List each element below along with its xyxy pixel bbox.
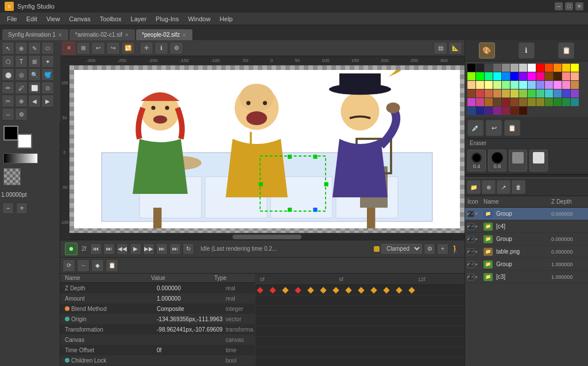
brush-preset-2[interactable]: 0.8 [488,150,506,172]
color-cell-69[interactable] [502,107,510,115]
prev-keyframe-btn[interactable]: ⏭ [103,243,115,255]
color-cell-11[interactable] [562,64,570,72]
color-cell-42[interactable] [493,89,501,98]
tool-btn-4[interactable]: ⬡ [2,55,14,68]
color-cell-36[interactable] [554,81,562,89]
tl-btn-1[interactable]: ⟳ [63,259,75,272]
menu-view[interactable]: View [42,14,65,24]
color-cell-13[interactable] [467,72,475,80]
canvas-grid[interactable]: ▤ [434,42,447,54]
tab-close-1[interactable]: ✕ [125,32,129,38]
color-cell-8[interactable] [536,64,544,72]
color-cell-29[interactable] [493,81,501,89]
color-cell-46[interactable] [528,89,536,98]
tool-btn-0[interactable]: ↖ [2,42,14,54]
menu-layer[interactable]: Layer [126,14,152,24]
color-cell-24[interactable] [562,72,570,80]
tool-btn-6[interactable]: ⊞ [28,55,41,68]
color-cell-28[interactable] [485,81,493,89]
plus-button[interactable]: + [16,203,28,214]
gradient-swatch[interactable] [3,153,38,163]
tab-close-0[interactable]: ✕ [58,32,63,38]
maximize-button[interactable]: □ [565,2,573,10]
layers-icon-btn3[interactable]: ↗ [497,180,510,194]
canvas-refresh[interactable]: 🔁 [121,42,135,54]
brush-preset-3[interactable] [509,150,527,172]
layer-check-0[interactable]: ✓ [467,211,474,217]
color-cell-40[interactable] [476,89,484,98]
color-cell-25[interactable] [571,72,579,80]
minimize-button[interactable]: ─ [555,2,563,10]
color-cell-45[interactable] [519,89,527,98]
color-cell-56[interactable] [502,98,510,106]
close-button[interactable]: ✕ [575,2,583,10]
layers-icon-btn4[interactable]: 🗑 [512,180,525,194]
minus-button[interactable]: − [2,203,14,214]
menu-canvas[interactable]: Canvas [64,14,95,24]
color-cell-67[interactable] [485,107,493,115]
color-cell-38[interactable] [571,81,579,89]
tl-btn-4[interactable]: 📋 [106,259,118,272]
layer-arrow-2[interactable]: ▸ [475,236,483,242]
color-cell-57[interactable] [510,98,519,106]
color-cell-3[interactable] [493,64,501,72]
color-cell-60[interactable] [536,98,544,106]
brush-preset-4[interactable] [529,150,548,172]
layer-arrow-5[interactable]: ▸ [475,274,483,279]
color-cell-9[interactable] [545,64,553,72]
layer-arrow-0[interactable]: ▾ [475,211,483,216]
tool-btn-13[interactable]: 🖊 [15,81,28,94]
canvas-navigate[interactable]: ✛ [140,42,153,54]
step-back-btn[interactable]: ◀◀ [117,243,128,255]
color-cell-66[interactable] [476,107,484,115]
menu-window[interactable]: Window [183,14,215,24]
color-cell-70[interactable] [510,107,519,115]
color-cell-30[interactable] [502,81,510,89]
color-cell-14[interactable] [476,72,484,80]
tool-btn-18[interactable]: ◀ [28,95,41,107]
add-color-btn[interactable]: 📋 [504,120,520,136]
color-cell-47[interactable] [536,89,544,98]
color-cell-21[interactable] [536,72,544,80]
color-cell-26[interactable] [467,81,475,89]
layers-icon-btn1[interactable]: 📁 [467,180,481,194]
tab-2[interactable]: *people-02.sifz✕ [136,29,192,40]
layer-check-4[interactable]: ✓ [467,261,474,268]
play-btn[interactable]: ▶ [130,243,141,255]
layer-row-1[interactable]: ✓ ▸ 📁 [c4] [465,220,588,233]
color-cell-12[interactable] [571,64,579,72]
color-cell-33[interactable] [528,81,536,89]
layer-check-3[interactable]: ✓ [467,248,474,255]
layer-check-1[interactable]: ✓ [467,223,474,230]
color-cell-22[interactable] [545,72,553,80]
color-cell-63[interactable] [562,98,570,106]
menu-toolbox[interactable]: Toolbox [95,14,126,24]
menu-edit[interactable]: Edit [22,14,42,24]
canvas-undo[interactable]: ↩ [91,42,105,54]
color-edit-tool[interactable]: ↩ [486,120,502,136]
layer-check-2[interactable]: ✓ [467,236,474,243]
layer-check-5[interactable]: ✓ [467,274,474,281]
tool-btn-17[interactable]: ⊕ [15,95,28,107]
canvas-redo[interactable]: ↪ [106,42,120,54]
color-cell-16[interactable] [493,72,501,80]
tool-btn-5[interactable]: T [15,55,28,68]
step-fwd-btn[interactable]: ▶▶ [143,243,154,255]
layer-row-2[interactable]: ✓ ▸ 📁 Group 0.000000 [465,233,588,246]
render-btn[interactable]: ⚙ [424,243,435,255]
color-cell-27[interactable] [476,81,484,89]
layer-row-4[interactable]: ✓ ▸ 📁 Group 1.000000 [465,258,588,271]
canvas-settings[interactable]: ⚙ [169,42,183,54]
canvas-info[interactable]: ℹ [154,42,168,54]
canvas-viewport[interactable] [69,65,465,240]
color-cell-17[interactable] [502,72,510,80]
palette-icon-btn[interactable]: 🎨 [479,42,495,59]
canvas-zoom-fit[interactable]: ⊞ [76,42,90,54]
skip-start-btn[interactable]: ⏮ [90,243,102,255]
tab-1[interactable]: *animatic-02-c1.sif✕ [69,29,135,40]
color-cell-2[interactable] [485,64,493,72]
tool-btn-1[interactable]: ⊕ [15,42,28,54]
color-cell-5[interactable] [510,64,519,72]
tool-btn-9[interactable]: ◎ [15,68,28,81]
extra-btn[interactable]: + [437,243,448,255]
